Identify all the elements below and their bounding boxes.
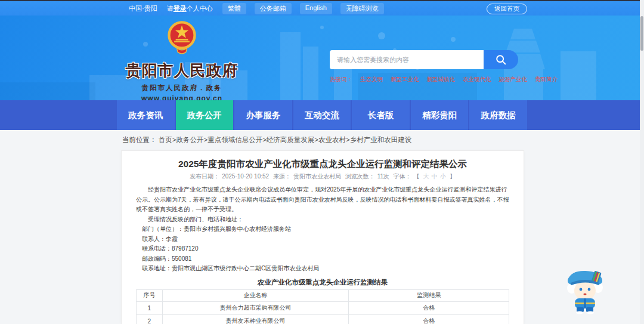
page-scrollbar[interactable] bbox=[640, 0, 644, 324]
table-cell: 1 bbox=[137, 301, 163, 314]
top-bar-link[interactable]: 繁體 bbox=[222, 3, 246, 14]
font-size-close: 】 bbox=[450, 173, 456, 180]
hot-search-link[interactable]: 旅游产业化 bbox=[499, 76, 528, 84]
article-paragraph: 经贵阳市农业产业化市级重点龙头企业联席会议成员单位审定，现对2025年开展的农业… bbox=[136, 185, 509, 215]
search-input[interactable] bbox=[330, 50, 484, 69]
breadcrumb-path[interactable]: 首页>政务公开>重点领域信息公开>经济高质量发展>农业农村>乡村产业和农田建设 bbox=[159, 136, 412, 143]
nav-tab-2[interactable]: 政务公开 bbox=[176, 100, 234, 130]
article-paragraph: 邮政编码：550081 bbox=[136, 254, 509, 264]
main-navigation: 政务资讯政务公开办事服务互动交流长者版精彩贵阳政府数据 bbox=[0, 100, 644, 130]
font-size-option[interactable]: 中 bbox=[432, 173, 438, 180]
article-paragraph: 联系电话：87987120 bbox=[136, 244, 509, 254]
source-value: 贵阳市农业农村局 bbox=[293, 173, 341, 180]
back-home-button[interactable]: 返回首页 bbox=[487, 4, 527, 14]
top-bar-links: 中国·贵阳 请登录个人中心 繁體公务邮箱English无障碍浏览 bbox=[129, 3, 384, 14]
hot-search-link[interactable]: 贵阳简介 bbox=[535, 76, 558, 84]
hot-search-link[interactable]: 新型工业化 bbox=[391, 76, 419, 84]
nav-tab-5[interactable]: 长者版 bbox=[352, 100, 410, 130]
scrollbar-thumb[interactable] bbox=[640, 16, 643, 51]
publish-date-value: 2025-10-20 10:52 bbox=[222, 173, 269, 180]
result-table-title: 农业产业化市级重点龙头企业运行监测结果 bbox=[136, 278, 509, 286]
views-value: 11次 bbox=[377, 173, 389, 180]
site-banner: 贵阳市人民政府 贵阳市人民政府．政务 www.guiyang.gov.cn 热搜… bbox=[0, 16, 644, 100]
font-size-links: 大中小 bbox=[422, 173, 447, 180]
top-utility-bar: 中国·贵阳 请登录个人中心 繁體公务邮箱English无障碍浏览 返回首页 bbox=[0, 0, 644, 16]
article-paragraph: 联系人：李霞 bbox=[136, 234, 509, 245]
font-size-label: 字体： bbox=[394, 173, 411, 180]
article-meta: 发布日期：2025-10-20 10:52 来源：贵阳市农业农村局 浏览次数：1… bbox=[136, 173, 509, 180]
nav-tab-3[interactable]: 办事服务 bbox=[234, 100, 292, 130]
hot-search-label: 热搜词： bbox=[330, 76, 352, 84]
hot-search-row: 热搜词： 生态文明新型工业化新型城镇化农业现代化旅游产业化贵阳简介 bbox=[330, 76, 558, 84]
article-body: 经贵阳市农业产业化市级重点龙头企业联席会议成员单位审定，现对2025年开展的农业… bbox=[136, 185, 509, 274]
monitoring-result-table: 序号企业名称监测结果 1贵州合力超市采购有限公司合格2贵州友禾种业有限公司合格3… bbox=[136, 289, 509, 324]
nav-tab-7[interactable]: 政府数据 bbox=[469, 100, 527, 130]
search-bar bbox=[330, 50, 518, 69]
table-cell: 贵州合力超市采购有限公司 bbox=[162, 301, 349, 314]
top-bar-link[interactable]: English bbox=[300, 3, 332, 14]
hot-search-links: 生态文明新型工业化新型城镇化农业现代化旅游产业化贵阳简介 bbox=[360, 76, 558, 84]
hot-search-link[interactable]: 新型城镇化 bbox=[427, 76, 456, 84]
site-url: www.guiyang.gov.cn bbox=[125, 94, 239, 100]
site-title: 贵阳市人民政府 bbox=[125, 60, 239, 81]
region-link[interactable]: 中国·贵阳 bbox=[129, 4, 157, 13]
table-cell: 合格 bbox=[349, 314, 509, 324]
table-cell: 2 bbox=[137, 314, 163, 324]
site-subtitle: 贵阳市人民政府．政务 bbox=[125, 84, 239, 92]
article-paragraph: 受理情况反映的部门、电话和地址： bbox=[136, 215, 509, 225]
table-header-cell: 监测结果 bbox=[349, 289, 509, 301]
top-bar-pill-links: 繁體公务邮箱English无障碍浏览 bbox=[222, 3, 384, 14]
login-link[interactable]: 请登录个人中心 bbox=[167, 4, 213, 13]
nav-tab-1[interactable]: 政务资讯 bbox=[117, 100, 175, 130]
font-size-open: 【 bbox=[414, 173, 420, 180]
views-label: 浏览次数： bbox=[345, 173, 375, 180]
article-paragraph: 部门（单位）：贵阳市乡村振兴服务中心农村经济服务站 bbox=[136, 224, 509, 234]
cityscape-decoration bbox=[0, 16, 644, 100]
table-cell: 贵州友禾种业有限公司 bbox=[162, 314, 349, 324]
article-title: 2025年度贵阳市农业产业化市级重点龙头企业运行监测和评定结果公示 bbox=[136, 158, 509, 169]
table-header-cell: 序号 bbox=[137, 289, 163, 301]
font-size-option[interactable]: 小 bbox=[440, 173, 446, 180]
assistant-mascot-icon[interactable] bbox=[563, 267, 607, 314]
nav-tab-6[interactable]: 精彩贵阳 bbox=[411, 100, 469, 130]
table-row: 2贵州友禾种业有限公司合格 bbox=[137, 314, 509, 324]
breadcrumb-label: 当前位置： bbox=[122, 136, 157, 143]
national-emblem-icon bbox=[165, 20, 199, 57]
table-header-cell: 企业名称 bbox=[162, 289, 349, 301]
article-paragraph: 联系地址：贵阳市观山湖区市级行政中心二期C区贵阳市农业农村局 bbox=[136, 264, 509, 274]
table-cell: 合格 bbox=[349, 301, 509, 314]
top-bar-link[interactable]: 公务邮箱 bbox=[255, 3, 292, 14]
nav-tab-4[interactable]: 互动交流 bbox=[293, 100, 351, 130]
table-header-row: 序号企业名称监测结果 bbox=[137, 289, 509, 301]
hot-search-link[interactable]: 生态文明 bbox=[360, 76, 383, 84]
search-icon bbox=[495, 54, 507, 66]
search-button[interactable] bbox=[484, 50, 518, 69]
source-label: 来源： bbox=[273, 173, 291, 180]
table-row: 1贵州合力超市采购有限公司合格 bbox=[137, 301, 509, 314]
article-card: 2025年度贵阳市农业产业化市级重点龙头企业运行监测和评定结果公示 发布日期：2… bbox=[121, 150, 524, 324]
hot-search-link[interactable]: 农业现代化 bbox=[463, 76, 491, 84]
publish-date-label: 发布日期： bbox=[190, 173, 219, 180]
font-size-option[interactable]: 大 bbox=[423, 173, 429, 180]
breadcrumb: 当前位置： 首页>政务公开>重点领域信息公开>经济高质量发展>农业农村>乡村产业… bbox=[122, 135, 411, 144]
top-bar-link[interactable]: 无障碍浏览 bbox=[340, 3, 384, 14]
site-logo-block[interactable]: 贵阳市人民政府 贵阳市人民政府．政务 www.guiyang.gov.cn bbox=[125, 20, 239, 100]
